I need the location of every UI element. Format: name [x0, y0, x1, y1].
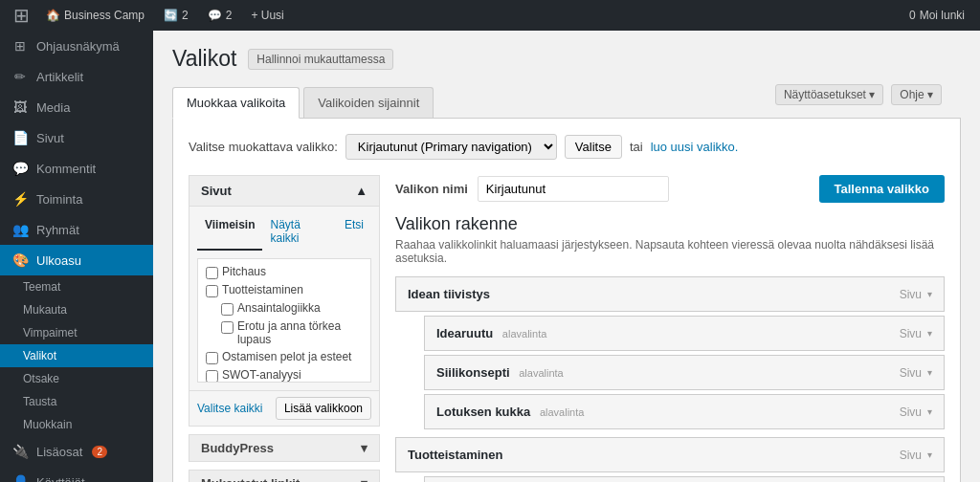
sidebar-label: Valikot [23, 349, 56, 362]
select-all-link[interactable]: Valitse kaikki [197, 402, 262, 415]
chevron-down-icon2: ▾ [361, 476, 368, 482]
mukautetut-linkit-header[interactable]: Mukautetut linkit ▾ [189, 470, 380, 482]
arrow-icon: ▾ [927, 406, 932, 417]
page-title: Valikot [172, 46, 236, 72]
menu-item-kilpailijat[interactable]: Kilpailijat alavalinta Sivu ▾ [424, 476, 945, 482]
sidebar-label: Otsake [23, 372, 59, 385]
inner-tabs: Viimeisin Näytä kaikki Etsi [197, 214, 371, 251]
sidebar-item-mukauta[interactable]: Mukauta [0, 298, 153, 321]
sidebar-label: Toiminta [36, 192, 82, 207]
save-menu-button[interactable]: Tallenna valikko [819, 175, 945, 203]
updates-bar[interactable]: 🔄 2 [156, 0, 196, 31]
sidebar-label: Ryhmät [36, 223, 79, 237]
activity-icon: ⚡ [11, 191, 29, 207]
checkbox-erotu-input[interactable] [221, 321, 234, 334]
buddypress-header[interactable]: BuddyPress ▾ [189, 434, 380, 462]
tab-nayta-kaikki[interactable]: Näytä kaikki [262, 214, 337, 251]
menu-name-label: Valikon nimi [395, 182, 468, 196]
sivut-panel-content: Viimeisin Näytä kaikki Etsi Pitchaus [189, 207, 379, 390]
arrow-icon: ▾ [927, 449, 932, 460]
checkbox-pitchaus: Pitchaus [202, 263, 367, 281]
checkbox-erotu: Erotu ja anna törkea lupaus [202, 318, 367, 348]
sidebar-label: Teemat [23, 280, 60, 294]
sidebar-item-artikkelit[interactable]: ✏ Artikkelit [0, 61, 153, 92]
checkbox-ansaintalogiikka-input[interactable] [221, 303, 234, 316]
user-icon: 0 [909, 9, 916, 22]
tab-muokkaa[interactable]: Muokkaa valikoita [172, 87, 300, 119]
sidebar-item-kayttajat[interactable]: 👤 Käyttäjät [0, 467, 153, 482]
sivut-panel-header[interactable]: Sivut ▲ [189, 176, 379, 207]
sidebar: ⊞ Ohjausnäkymä ✏ Artikkelit 🖼 Media 📄 Si… [0, 31, 153, 482]
tab-viimeisin[interactable]: Viimeisin [197, 214, 262, 251]
valitse-button[interactable]: Valitse [565, 135, 622, 159]
tai-label: tai [630, 140, 643, 154]
checkbox-swot-input[interactable] [206, 370, 218, 383]
plugins-badge: 2 [92, 446, 107, 458]
sidebar-label: Artikkelit [36, 70, 83, 84]
sidebar-item-toiminta[interactable]: ⚡ Toiminta [0, 184, 153, 214]
right-panel: Valikon nimi Tallenna valikko Valikon ra… [395, 175, 945, 482]
sidebar-label: Lisäosat [36, 445, 82, 459]
arrow-icon: ▾ [927, 328, 932, 339]
groups-icon: 👥 [11, 222, 29, 237]
arrow-icon: ▾ [927, 367, 932, 378]
wp-logo[interactable]: ⊞ [8, 0, 34, 31]
chevron-up-icon: ▲ [355, 184, 368, 198]
sidebar-item-vimpaimet[interactable]: Vimpaimet [0, 321, 153, 344]
menu-item-siilikonsepti[interactable]: Siilikonsepti alavalinta Sivu ▾ [424, 355, 945, 390]
admin-link-button[interactable]: Hallinnoi mukauttamessa [248, 49, 393, 70]
checkbox-pitchaus-input[interactable] [206, 267, 218, 279]
sidebar-item-muokkain[interactable]: Muokkain [0, 413, 153, 436]
sidebar-item-teemat[interactable]: Teemat [0, 275, 153, 298]
sidebar-item-media[interactable]: 🖼 Media [0, 92, 153, 122]
menu-name-input[interactable] [478, 176, 669, 202]
checkbox-ostaminen-input[interactable] [206, 352, 218, 364]
luo-valikko-link[interactable]: luo uusi valikko. [651, 140, 739, 154]
updates-count: 2 [182, 9, 189, 22]
sivut-panel: Sivut ▲ Viimeisin Näytä kaikki Etsi [189, 175, 380, 427]
home-icon: 🏠 [46, 9, 60, 22]
add-to-menu-button[interactable]: Lisää valikkoon [276, 397, 371, 420]
buddypress-title: BuddyPress [201, 441, 274, 455]
menu-select[interactable]: Kirjautunut (Primary navigation) [345, 134, 557, 160]
menu-items-container: Idean tiivistys Sivu ▾ Idearuutu [395, 276, 945, 482]
checkbox-ostaminen: Ostamisen pelot ja esteet [202, 348, 367, 366]
sidebar-item-tausta[interactable]: Tausta [0, 390, 153, 413]
sidebar-item-ulkoasu[interactable]: 🎨 Ulkoasu [0, 245, 153, 275]
sidebar-label: Ohjausnäkymä [36, 39, 120, 54]
updates-icon: 🔄 [164, 9, 178, 22]
user-info-bar[interactable]: 0 Moi lunki [902, 0, 972, 31]
sidebar-item-ohjausnakyma[interactable]: ⊞ Ohjausnäkymä [0, 31, 153, 61]
menu-item-tuotteistaminen[interactable]: Tuotteistaminen Sivu ▾ [395, 437, 945, 472]
sidebar-item-sivut[interactable]: 📄 Sivut [0, 122, 153, 153]
tab-sijainnit[interactable]: Valikoiden sijainnit [303, 87, 434, 118]
sidebar-item-ryhmat[interactable]: 👥 Ryhmät [0, 214, 153, 245]
help-button[interactable]: Ohje ▾ [891, 84, 942, 105]
sidebar-item-valikot[interactable]: Valikot [0, 344, 153, 367]
top-right-buttons: Näyttöasetukset ▾ Ohje ▾ [775, 84, 942, 105]
media-icon: 🖼 [11, 99, 29, 115]
checkbox-tuotteistaminen-input[interactable] [206, 285, 218, 297]
new-content-bar[interactable]: + Uusi [243, 0, 291, 31]
help-arrow-icon: ▾ [927, 88, 933, 101]
sidebar-label: Mukauta [23, 303, 67, 317]
checkbox-ansaintalogiikka: Ansaintalogiikka [202, 299, 367, 318]
screen-options-arrow-icon: ▾ [869, 88, 875, 101]
sidebar-item-lisaosat[interactable]: 🔌 Lisäosat 2 [0, 436, 153, 467]
tab-etsi[interactable]: Etsi [337, 214, 371, 251]
checkbox-tuotteistaminen: Tuotteistaminen [202, 281, 367, 299]
checkbox-swot: SWOT-analyysi [202, 366, 367, 383]
comments-bar[interactable]: 💬 2 [200, 0, 240, 31]
user-name: Moi lunki [920, 9, 965, 22]
sidebar-item-otsake[interactable]: Otsake [0, 367, 153, 390]
menu-item-lotuksen-kukka[interactable]: Lotuksen kukka alavalinta Sivu ▾ [424, 394, 945, 429]
dashboard-icon: ⊞ [11, 38, 29, 54]
screen-options-button[interactable]: Näyttöasetukset ▾ [775, 84, 883, 105]
site-name-bar[interactable]: 🏠 Business Camp [38, 0, 152, 31]
sidebar-label: Ulkoasu [36, 253, 81, 268]
menu-item-idean-tiivistys[interactable]: Idean tiivistys Sivu ▾ [395, 276, 945, 312]
content-box: Valitse muokattava valikko: Kirjautunut … [172, 119, 961, 482]
menu-item-idearuutu[interactable]: Idearuutu alavalinta Sivu ▾ [424, 316, 945, 351]
mukautetut-title: Mukautetut linkit [201, 476, 300, 482]
sidebar-item-kommentit[interactable]: 💬 Kommentit [0, 153, 153, 184]
